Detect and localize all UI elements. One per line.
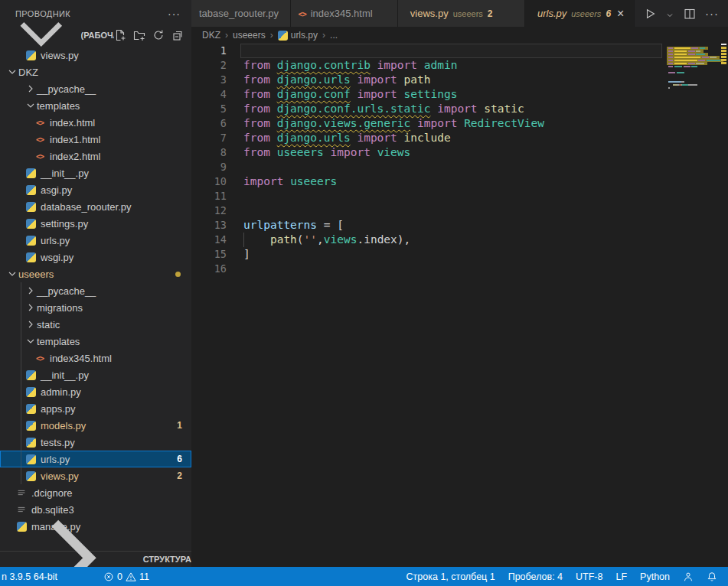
warning-marker (721, 59, 726, 61)
code-line-8[interactable]: 8from useeers import views (191, 145, 667, 160)
code-line-4[interactable]: 4from django.conf import settings (191, 87, 667, 102)
code-line-13[interactable]: 13urlpatterns = [ (191, 218, 667, 233)
tab-urls.py[interactable]: urls.pyuseeers6× (525, 0, 635, 27)
overview-ruler[interactable] (720, 44, 728, 567)
breadcrumb-item-useeers[interactable]: useeers (233, 30, 266, 41)
refresh-icon[interactable] (152, 29, 165, 41)
tree-item-migrations[interactable]: migrations (0, 299, 191, 316)
tree-item-index.html[interactable]: <>index.html (0, 114, 191, 131)
status-eol[interactable]: LF (615, 571, 627, 582)
line-content: from django.urls import path (227, 73, 430, 87)
tree-item-asgi.py[interactable]: asgi.py (0, 181, 191, 198)
tree-item-database_roouter.py[interactable]: database_roouter.py (0, 198, 191, 215)
tree-item-label: templates (37, 336, 80, 347)
new-file-icon[interactable] (114, 29, 126, 41)
tree-item-label: tests.py (41, 437, 75, 448)
status-python-version[interactable]: n 3.9.5 64-bit (2, 571, 57, 582)
line-content: from django.contrib import admin (227, 58, 457, 73)
tree-item-label: wsgi.py (41, 252, 73, 263)
code-line-9[interactable]: 9 (191, 160, 667, 174)
code-line-12[interactable]: 12 (191, 203, 667, 218)
code-line-5[interactable]: 5from django.conf.urls.static import sta… (191, 102, 667, 116)
line-number: 1 (191, 44, 227, 58)
code-line-10[interactable]: 10import useeers (191, 174, 667, 189)
chevron-down-icon (6, 268, 18, 280)
minimap[interactable] (667, 44, 720, 273)
collapse-all-icon[interactable] (171, 29, 184, 41)
code-line-2[interactable]: 2from django.contrib import admin (191, 58, 667, 73)
status-text: Пробелов: 4 (508, 571, 563, 582)
tab-index345.html[interactable]: <>index345.html (291, 0, 398, 27)
status-encoding[interactable]: UTF-8 (576, 571, 602, 582)
breadcrumb-item-urls.py[interactable]: urls.py (278, 30, 318, 41)
tree-item-urls.py[interactable]: urls.py6 (0, 451, 191, 467)
tree-item-__init__.py[interactable]: __init__.py (0, 366, 191, 383)
explorer-more-actions-icon[interactable]: ··· (168, 8, 181, 20)
tree-item-templates[interactable]: templates (0, 333, 191, 350)
code-line-3[interactable]: 3from django.urls import path (191, 73, 667, 87)
tree-item-apps.py[interactable]: apps.py (0, 400, 191, 417)
more-actions-icon[interactable]: ··· (705, 7, 719, 20)
tree-item-__init__.py[interactable]: __init__.py (0, 164, 191, 181)
code-line-7[interactable]: 7from django.urls import include (191, 131, 667, 145)
breadcrumb-label: urls.py (291, 30, 318, 41)
split-editor-icon[interactable] (684, 8, 696, 20)
html-icon: <> (299, 8, 306, 19)
indent-guide (21, 282, 21, 484)
tree-item-settings.py[interactable]: settings.py (0, 215, 191, 232)
status-right: Строка 1, столбец 1Пробелов: 4UTF-8LFPyt… (406, 571, 728, 582)
tree-item-views.py[interactable]: views.py (0, 47, 191, 63)
problems-badge: 6 (177, 454, 182, 464)
status-bar: n 3.9.5 64-bit 011 Строка 1, столбец 1Пр… (0, 567, 728, 586)
tree-item-useeers[interactable]: useeers (0, 265, 191, 282)
python-icon (24, 369, 37, 381)
new-folder-icon[interactable] (133, 29, 145, 41)
tree-item-urls.py[interactable]: urls.py (0, 232, 191, 249)
code-line-16[interactable]: 16 (191, 262, 667, 276)
run-python-file-icon[interactable] (644, 8, 656, 20)
tree-item-index345.html[interactable]: <>index345.html (0, 350, 191, 366)
status-indentation[interactable]: Пробелов: 4 (508, 571, 563, 582)
code-line-11[interactable]: 11 (191, 189, 667, 203)
tree-item-admin.py[interactable]: admin.py (0, 383, 191, 400)
outline-section-header[interactable]: СТРУКТУРА (0, 551, 191, 567)
code-line-15[interactable]: 15] (191, 247, 667, 262)
tree-item-templates[interactable]: templates (0, 97, 191, 114)
code-line-6[interactable]: 6from django.views.generic import Redire… (191, 116, 667, 131)
feedback-icon[interactable] (683, 571, 694, 582)
line-number: 10 (191, 174, 227, 189)
status-problems[interactable]: 011 (103, 571, 149, 582)
tree-item-index2.html[interactable]: <>index2.html (0, 148, 191, 164)
breadcrumb-item-...[interactable]: ... (330, 30, 338, 41)
workspace-section-header[interactable]: (РАБОЧАЯ ОБЛАСТЬ) ... (0, 27, 191, 44)
breadcrumb-item-DKZ[interactable]: DKZ (202, 30, 220, 41)
close-icon[interactable]: × (617, 8, 624, 20)
tree-item-DKZ[interactable]: DKZ (0, 63, 191, 80)
tab-views.py[interactable]: views.pyuseeers2 (398, 0, 525, 27)
status-text: LF (615, 571, 627, 582)
status-language[interactable]: Python (640, 571, 670, 582)
tree-item-wsgi.py[interactable]: wsgi.py (0, 249, 191, 265)
notifications-icon[interactable] (707, 571, 717, 582)
tree-item-label: templates (37, 100, 80, 112)
status-cursor-position[interactable]: Строка 1, столбец 1 (406, 571, 495, 582)
tree-item-__pycache__[interactable]: __pycache__ (0, 80, 191, 97)
line-content: ] (227, 247, 250, 262)
code-editor[interactable]: 12from django.contrib import admin3from … (191, 44, 667, 276)
modified-dot-badge (175, 272, 181, 277)
tree-item-views.py[interactable]: views.py2 (0, 467, 191, 484)
line-number: 4 (191, 87, 227, 102)
run-dropdown-icon[interactable] (665, 9, 674, 18)
tree-item-tests.py[interactable]: tests.py (0, 434, 191, 451)
status-warnings[interactable]: 11 (126, 571, 149, 582)
editor-group: tabase_roouter.py<>index345.htmlviews.py… (191, 0, 728, 567)
tree-item-__pycache__[interactable]: __pycache__ (0, 282, 191, 299)
code-line-1[interactable]: 1 (191, 44, 667, 58)
code-line-14[interactable]: 14 path('',views.index), (191, 233, 667, 247)
tree-item-static[interactable]: static (0, 316, 191, 333)
status-errors[interactable]: 0 (103, 571, 122, 582)
tab-label: urls.py (537, 8, 566, 19)
tree-item-index1.html[interactable]: <>index1.html (0, 131, 191, 148)
tree-item-models.py[interactable]: models.py1 (0, 417, 191, 434)
tab-tabase_roouter.py[interactable]: tabase_roouter.py (191, 0, 291, 27)
